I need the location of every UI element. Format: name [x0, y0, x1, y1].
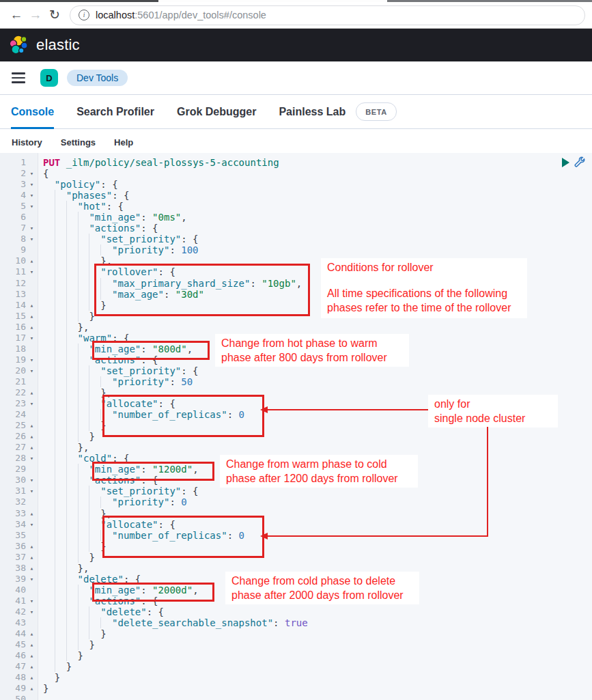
code-line[interactable]: 47▴ } [0, 661, 592, 672]
fold-open-icon[interactable]: ▾ [26, 486, 38, 496]
fold-close-icon[interactable]: ▴ [26, 431, 38, 442]
code-line[interactable]: 31▾ "set_priority": { [0, 486, 592, 496]
code-line[interactable]: 6 "min_age": "0ms", [0, 212, 592, 223]
code-line[interactable]: 14▴ } [0, 300, 592, 311]
code-line[interactable]: 11▾ "rollover": { [0, 266, 592, 277]
address-bar[interactable]: i localhost:5601/app/dev_tools#/console [70, 5, 585, 25]
fold-open-icon[interactable]: ▾ [26, 574, 38, 585]
fold-open-icon[interactable]: ▾ [26, 354, 38, 365]
forward-icon[interactable]: → [26, 2, 45, 28]
code-line[interactable]: 17▾ "warm": { [0, 333, 592, 344]
code-line[interactable]: 37▴ } [0, 552, 592, 563]
code-line[interactable]: 4▾ "phases": { [0, 190, 592, 201]
code-line[interactable]: 7▾ "actions": { [0, 223, 592, 234]
code-line[interactable]: 1PUT _ilm/policy/seal-plossys-5-accounti… [0, 157, 592, 168]
code-line[interactable]: 27▴ }, [0, 442, 592, 453]
info-icon[interactable]: i [79, 10, 89, 20]
fold-open-icon[interactable]: ▾ [26, 519, 38, 530]
fold-close-icon[interactable]: ▴ [26, 508, 38, 519]
fold-close-icon[interactable]: ▴ [26, 311, 38, 322]
code-line[interactable]: 44▴ } [0, 628, 592, 639]
code-line[interactable]: 10▴ }, [0, 255, 592, 266]
fold-open-icon[interactable]: ▾ [26, 266, 38, 277]
code-line[interactable]: 45▴ } [0, 639, 592, 650]
fold-close-icon[interactable]: ▴ [26, 387, 38, 398]
fold-open-icon[interactable]: ▾ [26, 596, 38, 606]
code-line[interactable]: 42▾ "delete": { [0, 606, 592, 617]
fold-close-icon[interactable]: ▴ [26, 541, 38, 552]
code-line[interactable]: 21 "priority": 50 [0, 376, 592, 387]
code-line[interactable]: 5▾ "hot": { [0, 201, 592, 212]
fold-open-icon[interactable]: ▾ [26, 453, 38, 464]
code-line[interactable]: 33▴ }, [0, 508, 592, 519]
code-line[interactable]: 2▾{ [0, 168, 592, 179]
send-request-icon[interactable] [562, 158, 569, 167]
menu-history[interactable]: History [12, 137, 42, 148]
fold-close-icon[interactable]: ▴ [26, 255, 38, 266]
fold-close-icon[interactable]: ▴ [26, 672, 38, 683]
code-line[interactable]: 25▴ } [0, 420, 592, 431]
code-line[interactable]: 43 "delete_searchable_snapshot": true [0, 617, 592, 628]
code-line[interactable]: 36▴ } [0, 541, 592, 552]
code-line[interactable]: 19▾ "actions": { [0, 354, 592, 365]
fold-open-icon[interactable]: ▾ [26, 223, 38, 234]
code-line[interactable]: 15▴ } [0, 311, 592, 322]
code-line[interactable]: 28▾ "cold": { [0, 453, 592, 464]
fold-close-icon[interactable]: ▴ [26, 322, 38, 333]
fold-close-icon[interactable]: ▴ [26, 639, 38, 650]
fold-open-icon[interactable]: ▾ [26, 475, 38, 486]
code-line[interactable]: 3▾ "policy": { [0, 179, 592, 190]
code-line[interactable]: 23▾ "allocate": { [0, 398, 592, 409]
code-line[interactable]: 41▾ "actions": { [0, 596, 592, 606]
code-line[interactable]: 30▾ "actions": { [0, 475, 592, 486]
code-line[interactable]: 26▴ } [0, 431, 592, 442]
fold-close-icon[interactable]: ▴ [26, 563, 38, 574]
fold-close-icon[interactable]: ▴ [26, 683, 38, 694]
fold-open-icon[interactable]: ▾ [26, 234, 38, 244]
console-editor[interactable]: 1PUT _ilm/policy/seal-plossys-5-accounti… [0, 153, 592, 700]
fold-open-icon[interactable]: ▾ [26, 333, 38, 344]
code-line[interactable]: 20▾ "set_priority": { [0, 365, 592, 376]
fold-open-icon[interactable]: ▾ [26, 179, 38, 190]
code-line[interactable]: 39▾ "delete": { [0, 574, 592, 585]
fold-close-icon[interactable]: ▴ [26, 650, 38, 661]
code-line[interactable]: 12 "max_primary_shard_size": "10gb", [0, 278, 592, 289]
code-line[interactable]: 50 [0, 694, 592, 700]
code-line[interactable]: 13 "max_age": "30d" [0, 289, 592, 300]
tab-console[interactable]: Console [11, 95, 54, 128]
wrench-icon[interactable] [574, 156, 586, 168]
fold-open-icon[interactable]: ▾ [26, 201, 38, 212]
code-line[interactable]: 46▴ } [0, 650, 592, 661]
code-line[interactable]: 34▾ "allocate": { [0, 519, 592, 530]
tab-search-profiler[interactable]: Search Profiler [76, 95, 154, 128]
space-avatar[interactable]: D [40, 69, 58, 87]
fold-open-icon[interactable]: ▾ [26, 606, 38, 617]
fold-open-icon[interactable]: ▾ [26, 365, 38, 376]
menu-settings[interactable]: Settings [61, 137, 96, 148]
menu-icon[interactable] [12, 72, 25, 83]
fold-close-icon[interactable]: ▴ [26, 442, 38, 453]
code-line[interactable]: 24 "number_of_replicas": 0 [0, 409, 592, 420]
fold-close-icon[interactable]: ▴ [26, 628, 38, 639]
tab-grok-debugger[interactable]: Grok Debugger [177, 95, 256, 128]
code-line[interactable]: 32 "priority": 0 [0, 496, 592, 507]
code-line[interactable]: 18 "min_age": "800d", [0, 344, 592, 354]
code-line[interactable]: 49▴} [0, 683, 592, 694]
code-line[interactable]: 38▴ }, [0, 563, 592, 574]
breadcrumb-dev-tools[interactable]: Dev Tools [67, 70, 128, 86]
fold-open-icon[interactable]: ▾ [26, 190, 38, 201]
code-line[interactable]: 9 "priority": 100 [0, 244, 592, 255]
fold-close-icon[interactable]: ▴ [26, 552, 38, 563]
code-line[interactable]: 16▴ }, [0, 322, 592, 333]
fold-close-icon[interactable]: ▴ [26, 420, 38, 431]
code-line[interactable]: 48▴ } [0, 672, 592, 683]
menu-help[interactable]: Help [114, 137, 133, 148]
code-line[interactable]: 29 "min_age": "1200d", [0, 464, 592, 475]
back-icon[interactable]: ← [7, 2, 26, 28]
refresh-icon[interactable]: ↻ [45, 2, 64, 28]
code-line[interactable]: 40 "min_age": "2000d", [0, 585, 592, 596]
tab-painless-lab[interactable]: Painless Lab [279, 95, 346, 128]
code-line[interactable]: 22▴ }, [0, 387, 592, 398]
fold-close-icon[interactable]: ▴ [26, 661, 38, 672]
code-line[interactable]: 8▾ "set_priority": { [0, 234, 592, 244]
